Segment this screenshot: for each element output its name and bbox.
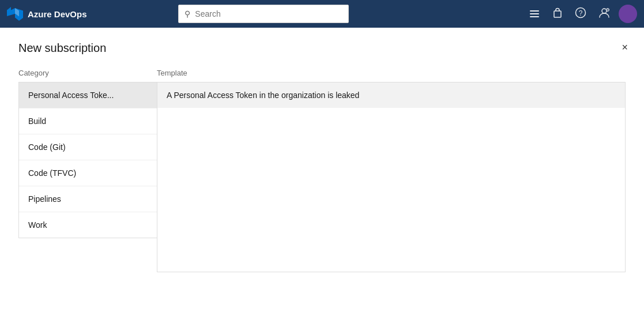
svg-rect-3 bbox=[554, 11, 561, 17]
category-item-work-label: Work bbox=[28, 220, 47, 230]
help-icon: ? bbox=[575, 7, 586, 21]
bag-icon bbox=[552, 7, 563, 21]
svg-point-6 bbox=[602, 9, 607, 13]
category-item-code-tfvc-label: Code (TFVC) bbox=[28, 168, 76, 178]
category-item-code-git[interactable]: Code (Git) bbox=[19, 134, 157, 160]
app-name-label: Azure DevOps bbox=[28, 9, 87, 19]
columns-container: Category Personal Access Toke... Build C… bbox=[18, 69, 626, 272]
template-item-pat-leaked[interactable]: A Personal Access Token in the organizat… bbox=[157, 82, 625, 108]
main-content: New subscription × Category Personal Acc… bbox=[0, 28, 644, 272]
category-column: Category Personal Access Toke... Build C… bbox=[18, 69, 157, 272]
template-header: Template bbox=[157, 69, 626, 77]
search-container: ⚲ bbox=[178, 5, 349, 23]
close-button[interactable]: × bbox=[619, 39, 630, 56]
user-settings-button[interactable] bbox=[594, 4, 614, 24]
search-input[interactable] bbox=[195, 9, 342, 18]
svg-rect-0 bbox=[530, 10, 539, 12]
template-column: Template A Personal Access Token in the … bbox=[157, 69, 626, 272]
help-button[interactable]: ? bbox=[571, 5, 590, 24]
category-item-work[interactable]: Work bbox=[19, 212, 157, 238]
category-item-code-tfvc[interactable]: Code (TFVC) bbox=[19, 160, 157, 186]
svg-rect-2 bbox=[530, 16, 539, 17]
category-item-pipelines-label: Pipelines bbox=[28, 194, 61, 204]
category-item-pat[interactable]: Personal Access Toke... bbox=[19, 82, 157, 108]
template-item-pat-leaked-label: A Personal Access Token in the organizat… bbox=[167, 91, 359, 100]
category-item-pat-label: Personal Access Toke... bbox=[28, 91, 114, 100]
category-item-code-git-label: Code (Git) bbox=[28, 142, 66, 152]
marketplace-button[interactable] bbox=[548, 5, 567, 24]
app-logo[interactable]: Azure DevOps bbox=[7, 6, 87, 22]
template-list: A Personal Access Token in the organizat… bbox=[157, 82, 626, 272]
avatar[interactable] bbox=[619, 5, 637, 23]
svg-rect-1 bbox=[530, 13, 539, 14]
search-icon: ⚲ bbox=[184, 9, 190, 18]
svg-text:?: ? bbox=[579, 9, 583, 17]
category-header: Category bbox=[18, 69, 157, 77]
category-item-pipelines[interactable]: Pipelines bbox=[19, 186, 157, 212]
search-box[interactable]: ⚲ bbox=[178, 5, 349, 23]
category-list: Personal Access Toke... Build Code (Git)… bbox=[18, 82, 157, 238]
azure-devops-logo-icon bbox=[7, 6, 23, 22]
page-title: New subscription bbox=[18, 42, 626, 55]
user-settings-icon bbox=[598, 6, 611, 22]
topbar: Azure DevOps ⚲ bbox=[0, 0, 644, 28]
category-item-build-label: Build bbox=[28, 117, 46, 126]
category-item-build[interactable]: Build bbox=[19, 108, 157, 134]
settings-list-icon bbox=[529, 8, 540, 20]
settings-list-button[interactable] bbox=[525, 6, 544, 22]
topbar-icons: ? bbox=[525, 4, 637, 24]
